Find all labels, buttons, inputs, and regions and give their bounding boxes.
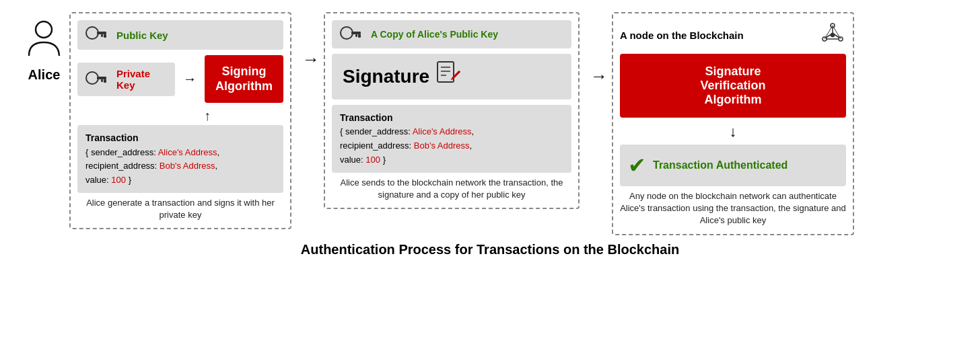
transaction-line2-2: recipient_address: Bob's Address,: [340, 139, 563, 153]
svg-point-5: [86, 72, 98, 84]
check-icon: ✔: [628, 153, 646, 178]
arrow-to-signing: →: [183, 71, 197, 87]
section1-box: Public Key Private Key →: [69, 12, 291, 229]
svg-point-20: [831, 33, 835, 37]
public-key-box: Public Key: [77, 20, 283, 50]
transaction-title-2: Transaction: [340, 110, 563, 125]
svg-rect-6: [97, 77, 106, 79]
alice-icon: [26, 19, 63, 66]
transaction-box-2: Transaction { sender_address: Alice's Ad…: [332, 105, 571, 173]
section2-box: A Copy of Alice's Public Key Signature: [324, 12, 580, 209]
verification-algorithm-box: Signature Verification Algorithm: [620, 54, 846, 118]
alice-section: Alice: [26, 12, 63, 83]
public-key-icon: [85, 26, 110, 44]
authenticated-box: ✔ Transaction Authenticated: [620, 145, 846, 186]
transaction-line3-2: value: 100 }: [340, 153, 563, 167]
svg-rect-8: [101, 79, 103, 82]
section3-caption: Any node on the blockchain network can a…: [620, 190, 846, 227]
svg-rect-13: [438, 62, 454, 82]
private-key-label: Private Key: [116, 68, 167, 91]
node-header: A node on the Blockchain: [620, 20, 846, 50]
node-label: A node on the Blockchain: [620, 30, 744, 41]
svg-point-1: [86, 27, 98, 39]
transaction-line2-1: recipient_address: Bob's Address,: [85, 159, 275, 173]
arrow-2-to-3: →: [586, 12, 612, 87]
transaction-line3-1: value: 100 }: [85, 173, 275, 188]
up-arrow: ↑: [77, 108, 283, 124]
svg-rect-11: [358, 34, 361, 38]
footer-title: Authentication Process for Transactions …: [26, 242, 954, 257]
transaction-line1-2: { sender_address: Alice's Address,: [340, 125, 563, 139]
alice-label: Alice: [28, 67, 61, 83]
public-key-copy-icon: [340, 26, 364, 43]
svg-rect-12: [355, 34, 357, 37]
transaction-title-1: Transaction: [85, 130, 275, 145]
authenticated-label: Transaction Authenticated: [653, 159, 788, 171]
svg-point-9: [341, 27, 353, 39]
public-key-copy-label: A Copy of Alice's Public Key: [371, 29, 498, 40]
public-key-label: Public Key: [116, 30, 168, 41]
section1-caption: Alice generate a transaction and signs i…: [77, 197, 283, 221]
svg-rect-4: [101, 34, 103, 37]
section2-caption: Alice sends to the blockchain network th…: [332, 177, 571, 201]
svg-rect-2: [97, 32, 106, 34]
svg-point-0: [36, 22, 52, 38]
signature-icon: [436, 61, 462, 93]
private-key-row: Private Key → Signing Algorithm: [77, 55, 283, 103]
svg-rect-3: [104, 34, 106, 38]
down-arrow-verif: ↓: [620, 123, 846, 140]
transaction-box-1: Transaction { sender_address: Alice's Ad…: [77, 125, 283, 193]
private-key-icon: [85, 71, 110, 88]
svg-rect-7: [104, 79, 106, 83]
signature-label: Signature: [343, 66, 429, 87]
arrow-1-to-2: →: [298, 12, 324, 70]
signature-box: Signature: [332, 54, 571, 99]
public-key-copy-box: A Copy of Alice's Public Key: [332, 20, 571, 48]
blockchain-icon: [819, 20, 846, 50]
private-key-box: Private Key: [77, 63, 175, 96]
signing-algorithm-box: Signing Algorithm: [205, 55, 283, 103]
svg-rect-10: [351, 32, 361, 34]
transaction-line1-1: { sender_address: Alice's Address,: [85, 146, 275, 160]
section3-box: A node on the Blockchain: [612, 12, 854, 235]
